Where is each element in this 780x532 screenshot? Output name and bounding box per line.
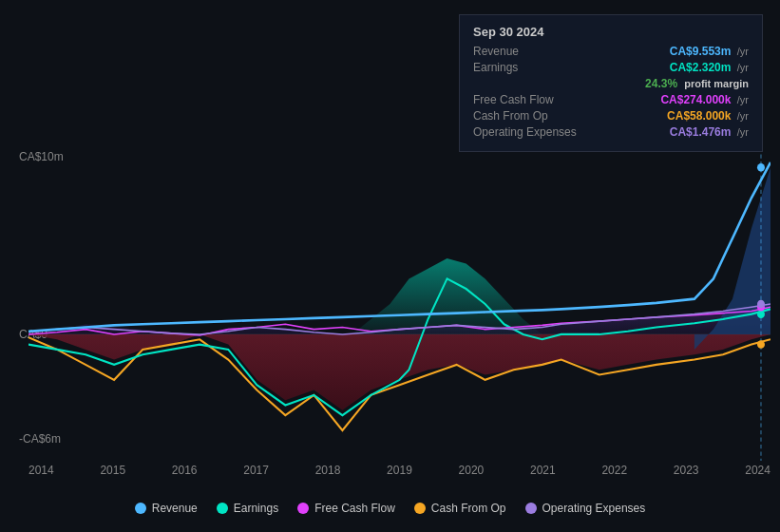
- legend-dot-earnings: [217, 503, 228, 514]
- tooltip-value-cashfromop: CA$58.000k /yr: [667, 109, 749, 123]
- x-label-2020: 2020: [459, 464, 485, 477]
- legend-item-opex[interactable]: Operating Expenses: [525, 502, 646, 515]
- tooltip-row-revenue: Revenue CA$9.553m /yr: [473, 45, 749, 58]
- legend-label-cashfromop: Cash From Op: [431, 502, 506, 515]
- earnings-area-negative: [29, 334, 770, 410]
- x-label-2021: 2021: [530, 464, 556, 477]
- tooltip-row-margin: 24.3% profit margin: [473, 77, 749, 90]
- chart-svg: [29, 147, 770, 461]
- legend-dot-cashfromop: [414, 503, 426, 514]
- legend-dot-revenue: [135, 503, 146, 514]
- x-label-2018: 2018: [315, 464, 341, 477]
- legend-item-earnings[interactable]: Earnings: [217, 502, 278, 515]
- legend-item-revenue[interactable]: Revenue: [135, 502, 198, 515]
- legend-label-earnings: Earnings: [234, 502, 278, 515]
- chart-area: [29, 147, 770, 461]
- tooltip-label-earnings: Earnings: [473, 61, 587, 74]
- legend-item-cashfromop[interactable]: Cash From Op: [414, 502, 506, 515]
- x-label-2022: 2022: [601, 464, 627, 477]
- tooltip-label-revenue: Revenue: [473, 45, 587, 58]
- x-label-2014: 2014: [29, 464, 54, 477]
- earnings-dot: [757, 310, 765, 318]
- tooltip-box: Sep 30 2024 Revenue CA$9.553m /yr Earnin…: [459, 14, 763, 152]
- cashfromop-dot: [757, 340, 765, 349]
- tooltip-label-opex: Operating Expenses: [473, 125, 587, 139]
- earnings-area-positive: [352, 258, 542, 334]
- tooltip-value-fcf: CA$274.000k /yr: [660, 93, 749, 106]
- x-label-2024: 2024: [745, 464, 770, 477]
- tooltip-value-opex: CA$1.476m /yr: [670, 125, 749, 139]
- tooltip-label-fcf: Free Cash Flow: [473, 93, 587, 106]
- legend-dot-opex: [525, 503, 537, 514]
- legend-label-revenue: Revenue: [152, 502, 198, 515]
- legend-dot-fcf: [297, 503, 309, 514]
- tooltip-date: Sep 30 2024: [473, 25, 749, 39]
- x-label-2015: 2015: [100, 464, 125, 477]
- tooltip-value-margin: 24.3% profit margin: [645, 77, 749, 90]
- opex-dot: [757, 300, 765, 309]
- x-label-2017: 2017: [243, 464, 269, 477]
- tooltip-row-fcf: Free Cash Flow CA$274.000k /yr: [473, 93, 749, 106]
- legend: Revenue Earnings Free Cash Flow Cash Fro…: [0, 502, 780, 515]
- legend-item-fcf[interactable]: Free Cash Flow: [297, 502, 395, 515]
- x-label-2023: 2023: [674, 464, 699, 477]
- tooltip-label-cashfromop: Cash From Op: [473, 109, 587, 123]
- revenue-dot: [757, 163, 765, 172]
- tooltip-row-earnings: Earnings CA$2.320m /yr: [473, 61, 749, 74]
- x-label-2019: 2019: [387, 464, 412, 477]
- tooltip-row-cashfromop: Cash From Op CA$58.000k /yr: [473, 109, 749, 123]
- x-labels: 2014 2015 2016 2017 2018 2019 2020 2021 …: [29, 464, 770, 477]
- legend-label-fcf: Free Cash Flow: [314, 502, 395, 515]
- tooltip-row-opex: Operating Expenses CA$1.476m /yr: [473, 125, 749, 139]
- tooltip-value-earnings: CA$2.320m /yr: [670, 61, 749, 74]
- tooltip-value-revenue: CA$9.553m /yr: [670, 45, 749, 58]
- chart-container: Sep 30 2024 Revenue CA$9.553m /yr Earnin…: [0, 0, 780, 532]
- legend-label-opex: Operating Expenses: [542, 502, 646, 515]
- x-label-2016: 2016: [172, 464, 198, 477]
